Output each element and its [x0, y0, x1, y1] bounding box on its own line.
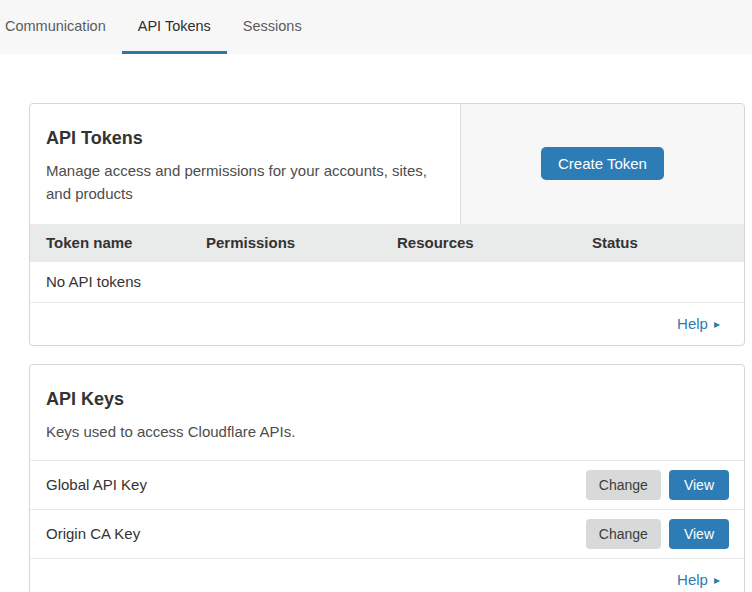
api-keys-title: API Keys: [46, 389, 724, 410]
origin-ca-key-actions: Change View: [586, 519, 729, 549]
api-tokens-card-action-area: Create Token: [460, 104, 744, 224]
api-tokens-help-row: Help ▸: [30, 303, 744, 345]
global-api-key-change-button[interactable]: Change: [586, 470, 661, 500]
main-content: API Tokens Manage access and permissions…: [29, 103, 745, 592]
help-link-label: Help: [677, 571, 708, 588]
api-tokens-card-header: API Tokens Manage access and permissions…: [30, 104, 744, 224]
help-arrow-icon: ▸: [714, 573, 720, 586]
api-tokens-description: Manage access and permissions for your a…: [46, 159, 431, 206]
global-api-key-view-button[interactable]: View: [669, 470, 729, 500]
api-tokens-card-header-text: API Tokens Manage access and permissions…: [30, 104, 460, 224]
origin-ca-key-row: Origin CA Key Change View: [30, 510, 744, 559]
column-header-status: Status: [592, 234, 744, 251]
global-api-key-actions: Change View: [586, 470, 729, 500]
api-tokens-title: API Tokens: [46, 128, 440, 149]
tab-sessions[interactable]: Sessions: [227, 0, 318, 54]
tab-communication[interactable]: Communication: [0, 0, 122, 54]
tab-api-tokens[interactable]: API Tokens: [122, 0, 227, 54]
api-tokens-help-link[interactable]: Help ▸: [677, 315, 720, 332]
tab-bar: Communication API Tokens Sessions: [0, 0, 752, 54]
api-keys-card-header: API Keys Keys used to access Cloudflare …: [30, 365, 744, 461]
api-keys-card: API Keys Keys used to access Cloudflare …: [29, 364, 745, 592]
global-api-key-label: Global API Key: [46, 476, 586, 493]
empty-tokens-message: No API tokens: [46, 273, 141, 290]
api-keys-help-link[interactable]: Help ▸: [677, 571, 720, 588]
token-table-header: Token name Permissions Resources Status: [30, 224, 744, 262]
origin-ca-key-change-button[interactable]: Change: [586, 519, 661, 549]
api-tokens-card: API Tokens Manage access and permissions…: [29, 103, 745, 346]
api-keys-help-row: Help ▸: [30, 559, 744, 592]
token-table-empty-row: No API tokens: [30, 262, 744, 303]
api-keys-description: Keys used to access Cloudflare APIs.: [46, 420, 431, 443]
help-link-label: Help: [677, 315, 708, 332]
create-token-button[interactable]: Create Token: [541, 147, 664, 180]
column-header-token-name: Token name: [46, 234, 206, 251]
origin-ca-key-label: Origin CA Key: [46, 525, 586, 542]
origin-ca-key-view-button[interactable]: View: [669, 519, 729, 549]
column-header-resources: Resources: [397, 234, 592, 251]
help-arrow-icon: ▸: [714, 317, 720, 330]
column-header-permissions: Permissions: [206, 234, 397, 251]
global-api-key-row: Global API Key Change View: [30, 461, 744, 510]
